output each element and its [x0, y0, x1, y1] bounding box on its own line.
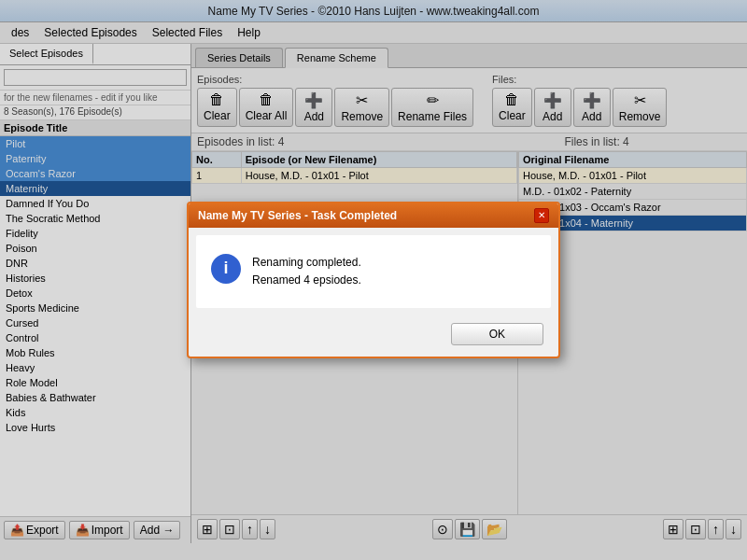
dialog-message: Renaming completed. Renamed 4 epsiodes. [252, 254, 361, 289]
dialog-overlay: Name My TV Series - Task Completed ✕ i R… [0, 0, 747, 560]
dialog-ok-button[interactable]: OK [451, 323, 543, 345]
dialog-close-button[interactable]: ✕ [534, 208, 549, 223]
dialog-footer: OK [189, 315, 558, 357]
dialog-box: Name My TV Series - Task Completed ✕ i R… [187, 202, 560, 358]
dialog-content: i Renaming completed. Renamed 4 epsiodes… [196, 235, 551, 308]
dialog-message-line2: Renamed 4 epsiodes. [252, 272, 361, 289]
dialog-info-icon: i [211, 254, 241, 284]
dialog-message-line1: Renaming completed. [252, 254, 361, 272]
dialog-title-bar: Name My TV Series - Task Completed ✕ [189, 203, 558, 228]
dialog-title: Name My TV Series - Task Completed [198, 209, 397, 222]
